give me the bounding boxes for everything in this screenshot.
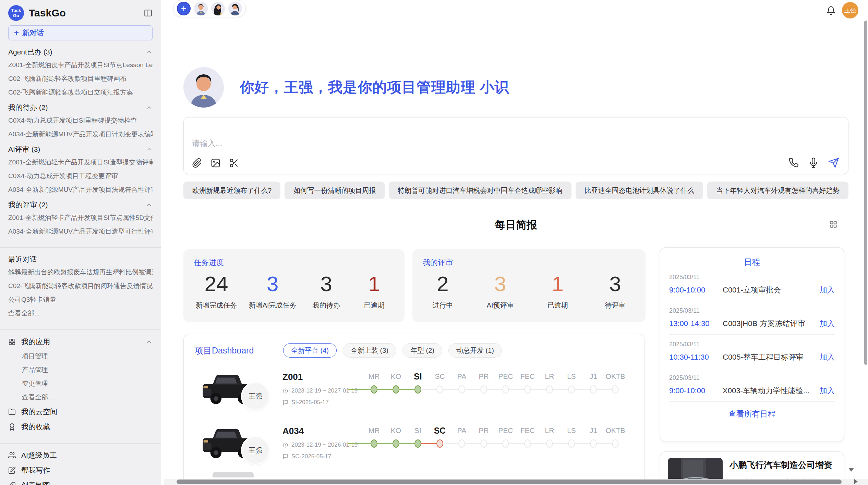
apps-grid-icon xyxy=(8,338,16,346)
join-button[interactable]: 加入 xyxy=(820,386,835,396)
suggestion-chip[interactable]: 当下年轻人对汽车外观有怎样的喜好趋势 xyxy=(707,182,848,199)
join-button[interactable]: 加入 xyxy=(820,319,835,329)
notification-bell-icon[interactable] xyxy=(826,5,836,16)
daily-briefing-title: 每日简报 xyxy=(183,218,848,232)
stat-value: 3 xyxy=(597,271,633,297)
microphone-icon[interactable] xyxy=(808,158,819,168)
schedule-card: 日程 2025/03/11 9:00-10:00 C001-立项审批会 加入 2… xyxy=(660,247,844,442)
suggestion-chip[interactable]: 如何写一份清晰的项目周报 xyxy=(285,182,385,199)
agent-avatar-2[interactable] xyxy=(211,2,225,15)
chevron-up-icon xyxy=(146,49,153,55)
milestone-dot xyxy=(590,385,597,394)
app-item-product-mgmt[interactable]: 产品管理 xyxy=(8,363,153,377)
stat: 2 进行中 xyxy=(425,271,461,310)
sidebar-item[interactable]: C0X4-动力总成开发项目SI里程碑提交物检查 xyxy=(8,114,153,127)
add-agent-button[interactable]: + xyxy=(177,2,191,15)
recent-chat-item[interactable]: 解释最新出台的欧盟报废车法规再生塑料比例被调至15%... xyxy=(8,265,153,279)
milestone-dot xyxy=(546,439,553,448)
milestone-dot xyxy=(414,385,421,394)
sidebar-item[interactable]: Z001-全新燃油皮卡产品开发项目SI节点Lesson Learn报告 xyxy=(8,58,153,72)
ai-super-staff[interactable]: AI超级员工 xyxy=(8,448,153,463)
section-my-todo[interactable]: 我的待办 (2) xyxy=(8,101,153,114)
creative-drawing[interactable]: 创意制图 xyxy=(8,478,153,485)
chat-input[interactable] xyxy=(192,139,706,148)
schedule-date: 2025/03/11 xyxy=(669,307,835,314)
paperclip-icon[interactable] xyxy=(192,158,202,168)
agent-avatar-1[interactable] xyxy=(194,2,208,15)
app-item-project-mgmt[interactable]: 项目管理 xyxy=(8,349,153,363)
project-owner-badge: 王强 xyxy=(241,382,270,411)
stat-value: 1 xyxy=(356,271,392,297)
help-me-write[interactable]: 帮我写作 xyxy=(8,463,153,478)
sidebar-collapse-icon[interactable] xyxy=(144,9,153,17)
milestone: J1 xyxy=(582,370,604,394)
milestone-label: LS xyxy=(560,370,582,383)
recent-chat-item[interactable]: C02-飞腾新能源轻客改款项目的闭环通告反馈情况 xyxy=(8,279,153,293)
milestone-dot xyxy=(393,385,399,394)
agent-avatar-3[interactable] xyxy=(228,2,242,15)
vertical-scrollbar-thumb[interactable] xyxy=(864,21,867,365)
sidebar-item[interactable]: Z001-全新燃油轻卡产品开发项目SI造型提交物评审 xyxy=(8,156,153,169)
section-my-review[interactable]: 我的评审 (2) xyxy=(8,199,153,211)
scroll-right-arrow[interactable] xyxy=(854,479,858,484)
next-milestone-text: SC-2025-05-17 xyxy=(291,453,331,460)
horizontal-scrollbar-thumb[interactable] xyxy=(177,480,842,484)
phone-icon[interactable] xyxy=(788,158,799,168)
tab-powertrain[interactable]: 动总开发 (1) xyxy=(448,343,502,358)
milestone: PEC xyxy=(495,370,517,394)
task-progress-card: 任务进度 24 新增完成任务 3 新增AI完成任务 3 我的待办 1 已逾期 xyxy=(183,249,405,322)
stat-label: 进行中 xyxy=(425,301,461,310)
suggestion-chip[interactable]: 比亚迪全固态电池计划具体说了什么 xyxy=(576,182,703,199)
section-agent-done[interactable]: Agent已办 (3) xyxy=(8,46,153,58)
app-item-change-mgmt[interactable]: 变更管理 xyxy=(8,377,153,390)
view-all-chats[interactable]: 查看全部... xyxy=(8,307,153,320)
project-next-milestone: SC-2025-05-17 xyxy=(282,453,331,460)
milestone-label: PR xyxy=(473,370,495,383)
section-ai-review[interactable]: AI评审 (3) xyxy=(8,143,153,156)
sidebar-item[interactable]: A034-全新新能源MUV产品开发项目造型可行性评审 xyxy=(8,225,153,238)
sidebar-item[interactable]: A034-全新新能源MUV产品开发项目法规符合性评审 xyxy=(8,183,153,197)
project-row-a034[interactable]: 王强 A034 2023-12-19 ~ 2026-01-19 SC-2025-… xyxy=(184,424,644,478)
sidebar-item[interactable]: C0X4-动力总成开发项目工程变更评审 xyxy=(8,169,153,183)
image-icon[interactable] xyxy=(210,158,221,168)
sidebar-item[interactable]: Z001-全新燃油轻卡产品开发项目SI节点属性5D文件评审 xyxy=(8,211,153,225)
stat: 1 已逾期 xyxy=(540,271,576,310)
divider xyxy=(0,329,161,329)
my-cloud-space[interactable]: 我的云空间 xyxy=(8,404,153,419)
tab-new-body[interactable]: 全新上装 (3) xyxy=(343,343,396,358)
chevron-up-icon xyxy=(146,338,153,345)
my-apps-row[interactable]: 我的应用 xyxy=(8,334,153,349)
layout-grid-icon[interactable] xyxy=(829,220,838,229)
section-title: 我的评审 (2) xyxy=(8,200,48,210)
project-row-z001[interactable]: 王强 Z001 2023-12-19 ~ 2027-01-19 SI-2025-… xyxy=(184,370,644,424)
project-next-milestone: SI-2025-05-17 xyxy=(282,399,329,406)
sidebar-item[interactable]: C02-飞腾新能源轻客改款项目立项汇报方案 xyxy=(8,86,153,99)
recent-chat-item[interactable]: 公司Q3轻卡销量 xyxy=(8,293,153,307)
my-favorites[interactable]: 我的收藏 xyxy=(8,419,153,434)
tab-year-model[interactable]: 年型 (2) xyxy=(402,343,442,358)
taskgo-app: Task Go TaskGo + 新对话 Agent已办 (3) Z001-全新… xyxy=(0,0,868,485)
stat-value: 24 xyxy=(196,271,237,297)
scissors-icon[interactable] xyxy=(229,158,239,168)
tab-new-platform[interactable]: 全新平台 (4) xyxy=(283,343,337,358)
new-chat-button[interactable]: + 新对话 xyxy=(8,25,153,40)
send-icon[interactable] xyxy=(828,157,839,168)
section-recent-chats: 最近对话 xyxy=(8,253,153,265)
sidebar-item[interactable]: A034-全新新能源MUV产品开发项目计划变更表编写 xyxy=(8,127,153,141)
award-icon xyxy=(8,423,16,431)
user-avatar[interactable]: 王强 xyxy=(842,2,858,18)
scroll-down-arrow[interactable] xyxy=(848,468,854,472)
view-all-schedule-link[interactable]: 查看所有日程 xyxy=(669,402,835,426)
join-button[interactable]: 加入 xyxy=(820,352,835,362)
milestone-label: PEC xyxy=(495,424,517,437)
milestone-label: KO xyxy=(385,370,407,383)
stat-value: 3 xyxy=(249,271,297,297)
view-all-apps[interactable]: 查看全部... xyxy=(8,390,153,404)
sidebar-item[interactable]: C02-飞腾新能源轻客改款项目里程碑画布 xyxy=(8,72,153,86)
suggestion-chip[interactable]: 欧洲新规最近颁布了什么? xyxy=(183,182,280,199)
chevron-up-icon xyxy=(146,104,153,111)
join-button[interactable]: 加入 xyxy=(820,285,835,295)
suggestion-chip[interactable]: 特朗普可能对进口汽车增税会对中国车企造成哪些影响 xyxy=(389,182,571,199)
my-favorites-label: 我的收藏 xyxy=(21,422,50,432)
section-title: 最近对话 xyxy=(8,254,37,264)
